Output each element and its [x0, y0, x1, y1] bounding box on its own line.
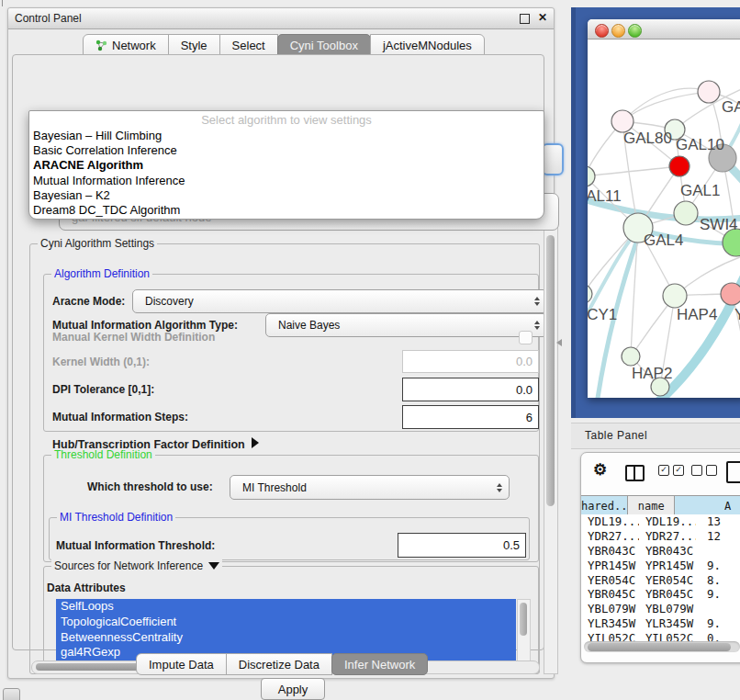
- table-row[interactable]: YPR145WYPR145W9.: [581, 558, 740, 572]
- tab-discretize-data[interactable]: Discretize Data: [226, 653, 332, 675]
- network-node[interactable]: [698, 81, 720, 103]
- table-row[interactable]: YLR345WYLR345W9.: [581, 616, 740, 631]
- tab-select[interactable]: Select: [219, 34, 278, 56]
- table-cell: 9.: [696, 558, 740, 572]
- dpi-tolerance-field[interactable]: 0.0: [402, 378, 539, 401]
- settings-vertical-scrollbar[interactable]: [544, 226, 558, 674]
- table-header-cell[interactable]: name: [628, 496, 675, 515]
- mi-type-value: Naive Bayes: [278, 319, 340, 332]
- table-cell: YLR345W: [639, 616, 696, 631]
- table-row[interactable]: YBR045CYBR045C9.: [581, 587, 740, 602]
- table-cell: 8.: [696, 572, 740, 587]
- attribute-list-scrollbar[interactable]: [517, 599, 531, 662]
- tab-label: Cyni Toolbox: [290, 39, 358, 52]
- network-node[interactable]: [663, 284, 687, 308]
- table-panel-header: Table Panel: [571, 423, 740, 449]
- tab-network[interactable]: Network: [83, 34, 169, 56]
- table-row[interactable]: YDL19...YDL19...13: [581, 514, 740, 529]
- columns-icon[interactable]: [625, 465, 645, 481]
- network-window-titlebar[interactable]: [588, 19, 740, 40]
- tab-jactivemnodules[interactable]: jActiveMNodules: [370, 34, 485, 56]
- manual-kernel-label: Manual Kernel Width Definition: [52, 331, 215, 344]
- mi-steps-value: 6: [526, 411, 533, 424]
- threshold-definition-title: Threshold Definition: [51, 448, 155, 461]
- mi-type-select[interactable]: Naive Bayes: [265, 313, 547, 337]
- kernel-width-value: 0.0: [516, 355, 533, 368]
- stepper-icon: [497, 483, 502, 492]
- table-header-cell[interactable]: shared...: [581, 496, 628, 515]
- data-attribute-item[interactable]: TopologicalCoefficient: [56, 615, 516, 630]
- float-panel-icon[interactable]: [520, 14, 530, 24]
- network-node-label: HAP4: [677, 306, 717, 323]
- deselect-all-columns-icon[interactable]: [691, 465, 717, 476]
- network-edge: [622, 92, 709, 121]
- mi-steps-field[interactable]: 6: [402, 405, 539, 429]
- scrollbar-thumb[interactable]: [520, 603, 527, 636]
- algorithm-option[interactable]: Mutual Information Inference: [29, 174, 544, 188]
- tab-infer-network[interactable]: Infer Network: [331, 653, 428, 675]
- mi-threshold-label: Mutual Information Threshold:: [56, 539, 215, 552]
- which-threshold-select[interactable]: MI Threshold: [230, 475, 510, 500]
- network-canvas[interactable]: GALGAL80GAL10GAL1GAL11SWI4GAL4GCY1HAP4YH…: [588, 39, 740, 398]
- manual-kernel-checkbox[interactable]: [519, 331, 533, 344]
- scrollbar-thumb[interactable]: [588, 643, 731, 651]
- network-node[interactable]: [669, 156, 690, 176]
- mac-minimize-button[interactable]: [611, 24, 625, 38]
- chevron-down-icon: [208, 562, 219, 570]
- tab-label: jActiveMNodules: [383, 39, 472, 52]
- algorithm-option[interactable]: Dream8 DC_TDC Algorithm: [29, 203, 544, 218]
- corner-widget[interactable]: [3, 688, 20, 700]
- table-row[interactable]: YER054CYER054C8.: [581, 572, 740, 587]
- stepper-icon[interactable]: [542, 143, 564, 175]
- table-cell: [696, 602, 740, 616]
- scrollbar-thumb[interactable]: [546, 235, 555, 506]
- network-node-label: GAL10: [676, 136, 724, 153]
- table-header-cell[interactable]: A: [675, 496, 740, 515]
- sources-toggle[interactable]: Sources for Network Inference: [51, 559, 222, 572]
- network-node-label: GAL4: [644, 231, 683, 249]
- tab-style[interactable]: Style: [168, 34, 220, 56]
- panel-resize-arrow[interactable]: [556, 339, 562, 346]
- data-attributes-list: SelfLoopsTopologicalCoefficientBetweenne…: [56, 599, 516, 660]
- network-node-label: SWI4: [700, 216, 738, 233]
- network-node[interactable]: [588, 166, 595, 186]
- chevron-right-icon: [252, 437, 259, 448]
- tab-impute-data[interactable]: Impute Data: [136, 653, 227, 675]
- select-all-columns-icon[interactable]: ✓✓: [658, 465, 684, 476]
- network-node[interactable]: [674, 201, 698, 225]
- close-icon[interactable]: ✕: [538, 11, 547, 24]
- gear-icon[interactable]: ⚙: [593, 460, 607, 480]
- aracne-mode-select[interactable]: Discovery: [132, 289, 547, 313]
- network-window: GALGAL80GAL10GAL1GAL11SWI4GAL4GCY1HAP4YH…: [588, 19, 740, 398]
- table-cell: 13: [696, 514, 740, 529]
- tab-cyni-toolbox[interactable]: Cyni Toolbox: [277, 34, 371, 56]
- mac-zoom-button[interactable]: [628, 24, 642, 38]
- tab-label: Impute Data: [149, 658, 214, 672]
- kernel-width-field[interactable]: 0.0: [402, 350, 539, 373]
- table-row[interactable]: YBR043CYBR043C: [581, 544, 740, 559]
- tab-label: Network: [112, 39, 156, 52]
- network-node[interactable]: [622, 347, 640, 366]
- algorithm-option[interactable]: Basic Correlation Inference: [29, 143, 544, 158]
- algorithm-option[interactable]: Bayesian – K2: [29, 188, 544, 203]
- table-cell: YDR27...: [639, 529, 696, 544]
- mac-close-button[interactable]: [595, 24, 609, 38]
- apply-button[interactable]: Apply: [261, 678, 325, 700]
- mi-threshold-field[interactable]: 0.5: [398, 533, 526, 558]
- application-root: Control Panel ✕ NetworkStyleSelectCyni T…: [0, 0, 740, 700]
- table-row[interactable]: YBL079WYBL079W: [581, 602, 740, 616]
- aracne-mode-value: Discovery: [145, 295, 194, 308]
- data-attribute-item[interactable]: SelfLoops: [56, 599, 516, 615]
- table-cell: YBR043C: [639, 544, 696, 559]
- network-node[interactable]: [588, 285, 592, 303]
- control-panel-titlebar: Control Panel ✕: [8, 8, 554, 29]
- algorithm-option[interactable]: Bayesian – Hill Climbing: [29, 129, 544, 143]
- algorithm-option[interactable]: ARACNE Algorithm: [29, 158, 544, 173]
- table-row[interactable]: YDR27...YDR27...12: [581, 529, 740, 544]
- data-attribute-item[interactable]: BetweennessCentrality: [56, 630, 516, 646]
- network-node[interactable]: [721, 283, 740, 305]
- table-cell: [696, 544, 740, 559]
- table-cell: YBR045C: [581, 587, 639, 602]
- table-horizontal-scrollbar[interactable]: [584, 641, 740, 652]
- import-table-icon[interactable]: [726, 461, 740, 483]
